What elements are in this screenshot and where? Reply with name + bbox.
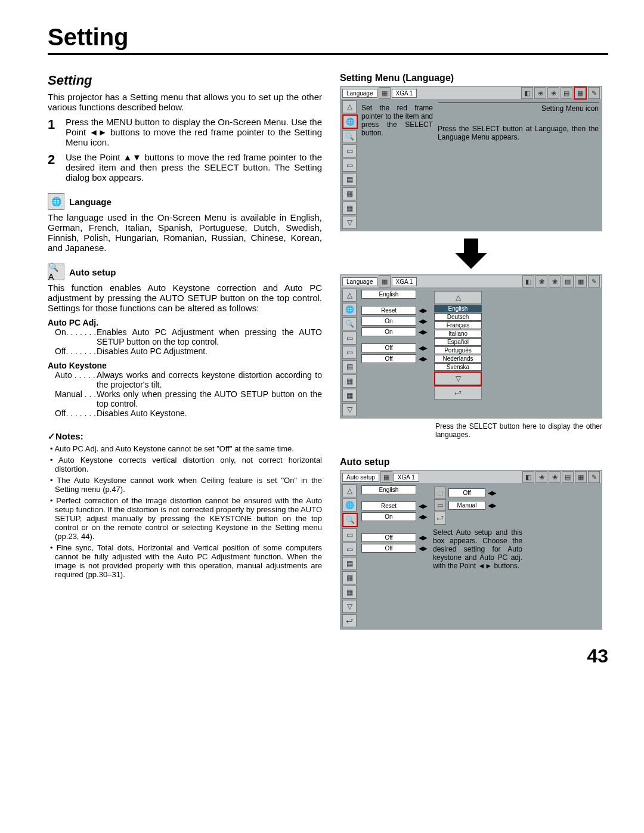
autosetup-icon: 🔍A [48, 264, 64, 280]
side-icon: ▦ [342, 202, 357, 215]
arrows-icon: ◀▶ [419, 318, 427, 324]
side-icon: 🔍 [342, 130, 357, 143]
note-item: • Auto PC Adj. and Auto Keystone cannot … [55, 444, 322, 453]
option-value: Disables Auto PC Adjustment. [97, 346, 322, 356]
menu-icon: ❀ [535, 275, 547, 287]
osd-title-field: Language [342, 277, 377, 286]
side-icon: 🔍 [342, 317, 357, 330]
section-heading: Setting [48, 73, 322, 88]
lang-item: Italiano [434, 330, 482, 337]
menu-icon: ❀ [549, 471, 561, 483]
box-icon: ▭ [434, 499, 446, 511]
right-title-2: Auto setup [340, 457, 602, 467]
scroll-up-icon: △ [434, 291, 482, 304]
side-icon: ▤ [342, 173, 357, 186]
option-key: Off. . . . . . . [55, 408, 97, 418]
arrows-icon: ◀▶ [419, 307, 427, 314]
arrows-icon: ◀▶ [488, 502, 496, 509]
lang-item: Français [434, 321, 482, 329]
step-text: Use the Point ▲▼ buttons to move the red… [66, 152, 322, 182]
option-key: On. . . . . . . [55, 327, 97, 346]
step-1: 1 Press the MENU button to display the O… [48, 117, 322, 147]
side-icon: ▦ [342, 187, 357, 200]
scroll-down-icon: ▽ [434, 371, 482, 386]
osd-value: English [361, 290, 416, 299]
scroll-down-icon: ▽ [342, 403, 357, 416]
right-title-1: Setting Menu (Language) [340, 73, 602, 83]
menu-icon: ◧ [522, 471, 534, 483]
autosetup-label: Auto setup [69, 267, 116, 277]
arrows-icon: ◀▶ [488, 490, 496, 496]
scroll-up-icon: △ [342, 100, 357, 113]
menu-icon: ◧ [521, 87, 533, 99]
option-key: Off. . . . . . . [55, 346, 97, 356]
autosetup-box: ⬚Off◀▶ ▭Manual◀▶ ⮐ [433, 485, 501, 526]
step-text: Press the MENU button to display the On-… [66, 117, 322, 147]
osd-title-field: Language [342, 89, 377, 98]
callout-other-langs: Press the SELECT button here to display … [435, 422, 602, 439]
side-icon: ▦ [342, 586, 357, 599]
menu-icon: ▤ [561, 87, 572, 99]
lang-item: Español [434, 338, 482, 346]
side-icon: ▦ [342, 389, 357, 402]
page-title: Setting [48, 24, 608, 55]
option-value: Works only when pressing the AUTO SETUP … [97, 389, 322, 408]
lang-item: Português [434, 346, 482, 354]
box-icon: ⬚ [434, 487, 446, 498]
autosetup-desc: This function enables Auto Keystone corr… [48, 283, 322, 313]
down-arrow-icon [453, 235, 489, 271]
scroll-down-icon: ▽ [342, 600, 357, 613]
language-desc: The language used in the On-Screen Menu … [48, 212, 322, 253]
osd-value: Off [361, 544, 416, 553]
menu-icon: ▦ [574, 86, 587, 100]
osd-source-field: XGA 1 [392, 89, 417, 98]
source-icon: ▦ [380, 471, 392, 483]
osd-menu-1: Language ▦ XGA 1 ◧ ❀ ❀ ▤ ▦ ✎ △ 🌐 🔍 [340, 86, 602, 231]
menu-icon: ◧ [522, 275, 534, 287]
osd-value: Off [448, 488, 485, 497]
osd-menu-3: Auto setup ▦ XGA 1 ◧ ❀ ❀ ▤ ▦ ✎ △ 🌐 🔍 [340, 470, 602, 630]
intro-text: This projector has a Setting menu that a… [48, 92, 322, 112]
notes-heading: ✓Notes: [48, 431, 322, 442]
menu-icon: ❀ [549, 275, 561, 287]
osd-value: Reset [361, 501, 416, 510]
osd-value: Off [361, 343, 416, 352]
language-label: Language [69, 197, 112, 207]
autopc-heading: Auto PC Adj. [48, 318, 322, 327]
menu-icon: ❀ [547, 87, 559, 99]
return-icon: ⮐ [342, 614, 357, 627]
source-icon: ▦ [379, 275, 391, 287]
left-column: Setting This projector has a Setting men… [48, 73, 322, 633]
side-icon: ▭ [342, 332, 357, 345]
side-icon: ▭ [342, 346, 357, 359]
arrows-icon: ◀▶ [419, 503, 427, 509]
svg-marker-0 [455, 239, 487, 269]
step-2: 2 Use the Point ▲▼ buttons to move the r… [48, 152, 322, 182]
osd-value: On [361, 512, 416, 521]
note-item: • The Auto Keystone cannot work when Cei… [55, 476, 322, 494]
menu-icon: ✎ [588, 87, 600, 99]
osd-menu-2: Language ▦ XGA 1 ◧ ❀ ❀ ▤ ▦ ✎ △ 🌐 🔍 [340, 274, 602, 419]
step-number: 1 [48, 117, 60, 147]
language-list: △ English Deutsch Français Italiano Espa… [433, 290, 483, 401]
right-column: Setting Menu (Language) Language ▦ XGA 1… [340, 73, 602, 633]
menu-icon: ▦ [575, 471, 587, 483]
side-icon: ▦ [342, 374, 357, 388]
globe-icon: 🌐 [48, 193, 64, 210]
lang-item: Deutsch [434, 313, 482, 321]
globe-icon: 🌐 [342, 114, 358, 129]
menu-icon: ✎ [588, 275, 600, 287]
osd-value: Reset [361, 306, 416, 315]
globe-icon: 🌐 [342, 303, 357, 316]
side-icon: ▭ [342, 528, 357, 541]
side-icon: ▭ [342, 144, 357, 157]
callout-select: Press the SELECT button at Language, the… [438, 125, 599, 141]
note-item: • Auto Keystone corrects vertical distor… [55, 456, 322, 473]
osd-source-field: XGA 1 [392, 277, 417, 286]
page-number: 43 [48, 645, 608, 667]
arrows-icon: ◀▶ [419, 345, 427, 351]
return-icon: ⮐ [434, 386, 482, 400]
menu-icon: ▦ [575, 275, 587, 287]
lang-item: Nederlands [434, 355, 482, 363]
menu-icon: ❀ [534, 87, 546, 99]
